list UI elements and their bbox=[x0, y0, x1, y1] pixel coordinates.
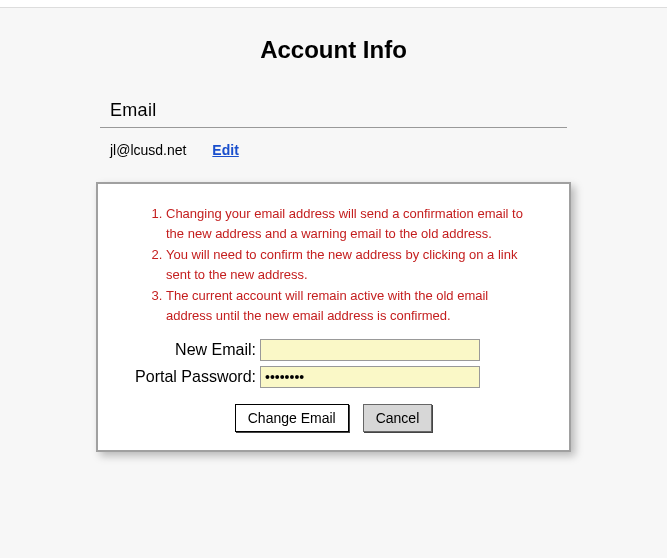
top-border bbox=[0, 0, 667, 8]
new-email-row: New Email: bbox=[122, 339, 545, 361]
new-email-input[interactable] bbox=[260, 339, 480, 361]
change-email-button[interactable]: Change Email bbox=[235, 404, 349, 432]
password-row: Portal Password: bbox=[122, 366, 545, 388]
password-label: Portal Password: bbox=[122, 368, 260, 386]
current-email-row: jl@lcusd.net Edit bbox=[100, 142, 567, 158]
new-email-label: New Email: bbox=[122, 341, 260, 359]
page-title: Account Info bbox=[40, 36, 627, 64]
email-section-header: Email bbox=[100, 100, 567, 128]
current-email-value: jl@lcusd.net bbox=[110, 142, 186, 158]
notice-item: You will need to confirm the new address… bbox=[166, 245, 529, 284]
email-section: Email jl@lcusd.net Edit bbox=[100, 100, 567, 158]
notice-item: The current account will remain active w… bbox=[166, 286, 529, 325]
cancel-button[interactable]: Cancel bbox=[363, 404, 433, 432]
change-email-panel: Changing your email address will send a … bbox=[96, 182, 571, 452]
edit-email-link[interactable]: Edit bbox=[212, 142, 238, 158]
notice-item: Changing your email address will send a … bbox=[166, 204, 529, 243]
password-input[interactable] bbox=[260, 366, 480, 388]
change-email-notices: Changing your email address will send a … bbox=[166, 204, 529, 325]
button-row: Change Email Cancel bbox=[122, 404, 545, 432]
